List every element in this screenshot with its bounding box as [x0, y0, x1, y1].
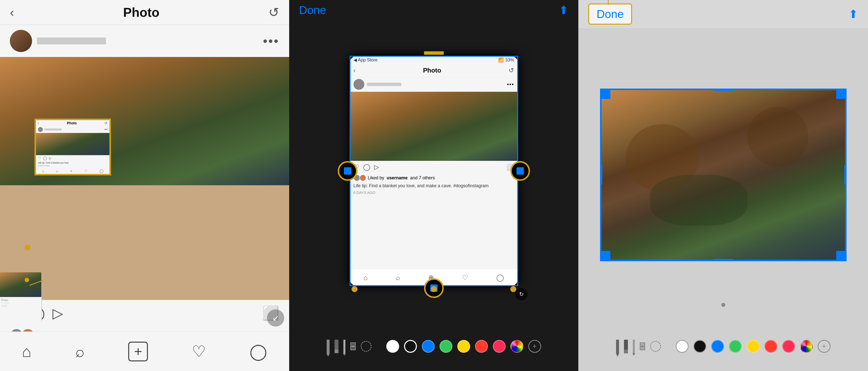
home-nav-icon[interactable]: ⌂	[22, 342, 32, 361]
color-green[interactable]	[729, 340, 742, 353]
crop-edge-right[interactable]	[844, 165, 846, 185]
thumb-profile-icon: ◯	[100, 169, 103, 173]
eraser-tool[interactable]	[350, 342, 356, 350]
device-timestamp: 6 DAYS AGO	[349, 190, 518, 196]
crop-toolbar-row: +	[609, 340, 838, 353]
panel-instagram-view: ‹ Photo ↺ ••• ‹ Photo ↺ •••	[0, 0, 289, 371]
mini-thumbnail[interactable]: Photo ♡◯▷ Life tip...	[0, 272, 42, 322]
device-avatar	[353, 79, 364, 90]
crop-corner-bl[interactable]	[600, 251, 610, 261]
crop-toolbar: +	[578, 322, 868, 371]
color-pink[interactable]	[782, 340, 795, 353]
device-liked-text: Liked by username and 7 others	[368, 175, 435, 180]
avatar[interactable]	[10, 30, 32, 52]
crop-corner-br[interactable]	[836, 251, 846, 261]
color-blue[interactable]	[422, 340, 435, 353]
color-white[interactable]	[676, 340, 688, 353]
markup-toolbar: +	[289, 322, 578, 371]
add-tool-button[interactable]: +	[818, 340, 831, 353]
device-profile-icon: ◯	[496, 274, 504, 282]
device-title: Photo	[423, 66, 441, 74]
resize-handle-left[interactable]	[338, 161, 358, 181]
annotation-yellow-dot	[25, 278, 29, 282]
cropped-photo	[600, 89, 846, 261]
profile-nav-icon[interactable]: ◯	[249, 342, 267, 361]
color-black[interactable]	[404, 340, 417, 353]
markup-header: Done ⬆	[289, 0, 578, 20]
yellow-arrow-line	[608, 0, 609, 5]
crop-line-top	[349, 56, 518, 57]
device-action-row: ♡ ◯ ▷ ⬜	[349, 161, 518, 173]
resize-handle-right[interactable]	[510, 161, 530, 181]
photo-header: ‹ Photo ↺	[0, 0, 289, 25]
crop-corner-tl[interactable]	[600, 89, 610, 99]
crop-edge-top[interactable]	[713, 89, 733, 91]
crop-canvas	[578, 28, 868, 322]
thumb-search-icon: ⌕	[56, 169, 58, 173]
thumb-more: •••	[104, 128, 107, 131]
user-row: •••	[0, 25, 289, 57]
crop-handle-bottom-right	[510, 286, 516, 292]
color-blue[interactable]	[711, 340, 724, 353]
color-red[interactable]	[475, 340, 488, 353]
thumb-heart-nav-icon: ♡	[84, 169, 88, 173]
pen-tool[interactable]	[327, 340, 330, 353]
action-row: ♡ ◯ ▷ ⬜	[0, 300, 289, 326]
device-liked-row: Liked by username and 7 others	[349, 173, 518, 182]
device-frame-area: ◀ App Store 📶 33% ‹ Photo ↺ •••	[289, 20, 578, 322]
rotate-handle[interactable]: ↻	[515, 288, 528, 301]
color-yellow-bright[interactable]	[747, 340, 760, 353]
more-button[interactable]: •••	[263, 33, 279, 48]
thumb-send-icon: ▷	[49, 156, 52, 160]
thumb-home-icon: ⌂	[42, 169, 44, 173]
marker-tool[interactable]	[335, 340, 339, 353]
add-nav-button[interactable]: +	[128, 342, 148, 361]
crop-corner-tr[interactable]	[836, 89, 846, 99]
pen-tool[interactable]	[616, 340, 619, 353]
page-dot-indicator	[721, 303, 725, 307]
crop-handle-top[interactable]	[424, 51, 444, 55]
crop-edge-left[interactable]	[601, 165, 602, 185]
color-rainbow[interactable]	[510, 340, 523, 353]
device-heart-nav: ♡	[462, 274, 468, 282]
panel-markup-view: Done ⬆ ◀ App Store 📶 33%	[289, 0, 578, 371]
pencil-tool[interactable]	[633, 340, 635, 353]
color-green[interactable]	[439, 340, 453, 353]
done-button[interactable]: Done	[588, 3, 632, 25]
lasso-tool[interactable]	[361, 341, 372, 352]
device-caption: Life tip: Find a blanket you love, and m…	[349, 182, 518, 190]
color-white[interactable]	[386, 340, 399, 353]
wifi-icon: 📶	[498, 57, 504, 63]
device-refresh-icon: ↺	[508, 66, 514, 74]
thumb-timestamp: 6 DAYS AGO	[36, 165, 110, 167]
back-button[interactable]: ‹	[10, 5, 14, 20]
device-home-icon: ⌂	[364, 274, 368, 282]
done-button[interactable]: Done	[299, 3, 326, 17]
color-yellow-bright[interactable]	[457, 340, 470, 353]
color-pink[interactable]	[493, 340, 506, 353]
crop-edge-bottom[interactable]	[713, 259, 733, 260]
pencil-tool[interactable]	[343, 340, 345, 353]
color-red[interactable]	[765, 340, 777, 353]
heart-nav-icon[interactable]: ♡	[192, 342, 206, 361]
collapse-button[interactable]: ↙	[267, 309, 284, 326]
thumb-refresh: ↺	[104, 121, 107, 125]
share-button[interactable]: ⬆	[559, 3, 568, 17]
send-icon[interactable]: ▷	[53, 305, 63, 321]
eraser-tool[interactable]	[640, 342, 645, 350]
toolbar-tools-row: +	[319, 340, 549, 353]
add-tool-button[interactable]: +	[528, 340, 541, 353]
thumb-avatar	[38, 127, 43, 132]
annotation-dot-1	[25, 245, 31, 251]
device-photo	[349, 92, 518, 161]
search-nav-icon[interactable]: ⌕	[75, 342, 85, 361]
thumb-add-icon: +	[70, 169, 72, 173]
photo-title: Photo	[123, 5, 159, 20]
marker-tool[interactable]	[624, 340, 628, 353]
color-black[interactable]	[693, 340, 706, 353]
thumb-heart-icon: ♡	[38, 156, 41, 160]
refresh-button[interactable]: ↺	[269, 5, 279, 20]
color-rainbow[interactable]	[800, 340, 813, 353]
lasso-tool[interactable]	[650, 341, 661, 352]
share-button[interactable]: ⬆	[848, 7, 858, 21]
